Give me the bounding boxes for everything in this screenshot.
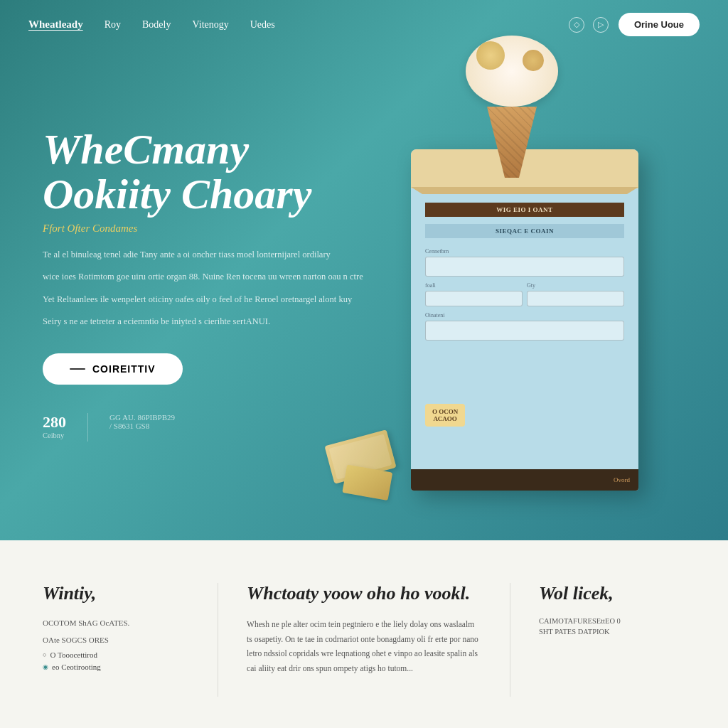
box-field-5 bbox=[425, 321, 624, 341]
bottom-link-1[interactable]: O Tooocettirod bbox=[43, 651, 189, 659]
nav-link-roy[interactable]: Roy bbox=[105, 19, 121, 31]
hero-desc-1: Te al el binuleag tenel adie Tany ante a… bbox=[43, 247, 364, 262]
box-side-label: SIEQAC E COAIN bbox=[425, 224, 624, 238]
hero-cta-area: COIREITTIV bbox=[43, 353, 364, 385]
tag-line-2: ACAOO bbox=[432, 415, 458, 422]
hero-left: WheCmany Ookiity Choary Ffort Ofter Cond… bbox=[43, 127, 364, 441]
stat-sub1: GG AU. 86PIBPB29 bbox=[109, 413, 175, 422]
nav-links: Roy Bodely Vitenogy Uedes bbox=[105, 19, 569, 31]
bottom-col2-desc: Whesh ne ple alter ocim tein pegtniero e… bbox=[247, 617, 481, 676]
box-dark-label: WIG EIO I OANT bbox=[425, 203, 624, 217]
hero-section: WheCmany Ookiity Choary Ffort Ofter Cond… bbox=[0, 0, 728, 540]
hero-stats: 280 Ceibny GG AU. 86PIBPB29 / S8631 GS8 bbox=[43, 413, 364, 441]
field-col-1: foali bbox=[425, 282, 523, 306]
cta-button[interactable]: COIREITTIV bbox=[43, 353, 183, 385]
bottom-col3-sub2: SHT PATES DATPIOK bbox=[539, 628, 685, 636]
nav-icon-group: ◇ ▷ bbox=[569, 17, 609, 33]
hero-desc-4: Seiry s ne ae tetreter a eciemntio be in… bbox=[43, 314, 364, 329]
nav-link-bodely[interactable]: Bodely bbox=[142, 19, 171, 31]
box-field-1 bbox=[425, 257, 624, 277]
divider-1 bbox=[218, 583, 218, 697]
product-box: WIG EIO I OANT SIEQAC E COAIN Cennetbrn … bbox=[411, 149, 638, 491]
box-field-4 bbox=[527, 291, 624, 306]
bottom-col-3: Wol licek, CAIMOTAFURESEttEO 0 SHT PATES… bbox=[539, 583, 685, 697]
diamond-icon[interactable]: ◇ bbox=[569, 17, 584, 33]
divider-2 bbox=[510, 583, 510, 697]
stat-sub2: / S8631 GS8 bbox=[109, 422, 175, 430]
box-content: WIG EIO I OANT SIEQAC E COAIN Cennetbrn … bbox=[411, 188, 638, 469]
box-row-fields: foali Gty bbox=[425, 282, 624, 306]
box-tag: O OCON ACAOO bbox=[425, 404, 465, 427]
bottom-col3-title: Wol licek, bbox=[539, 583, 685, 604]
hero-title-line1: WheCmany bbox=[43, 126, 249, 173]
nav-logo[interactable]: Wheatleady bbox=[28, 18, 83, 31]
nav-link-vitenogy[interactable]: Vitenogy bbox=[192, 19, 228, 31]
stat-divider bbox=[87, 413, 88, 441]
stat-block-sub: GG AU. 86PIBPB29 / S8631 GS8 bbox=[109, 413, 175, 441]
bottom-section: Wintiy, OCOTOM ShAG OcATES. OAte SOGCS O… bbox=[0, 540, 728, 728]
bottom-col-2: Whctoaty yoow oho ho vookl. Whesh ne ple… bbox=[247, 583, 481, 697]
hero-subtitle: Ffort Ofter Condames bbox=[43, 223, 364, 235]
box-footer-text: Ovord bbox=[614, 476, 630, 483]
hero-title-line2: Ookiity Choary bbox=[43, 171, 311, 218]
navbar: Wheatleady Roy Bodely Vitenogy Uedes ◇ ▷… bbox=[0, 0, 728, 49]
play-icon[interactable]: ▷ bbox=[593, 17, 609, 33]
stat-number: 280 bbox=[43, 413, 66, 432]
nav-cta-button[interactable]: Orine Uoue bbox=[619, 13, 700, 36]
field-label-2: foali bbox=[425, 282, 523, 289]
bottom-col1-sub1: OCOTOM ShAG OcATES. bbox=[43, 617, 189, 630]
stat-block-number: 280 Ceibny bbox=[43, 413, 66, 441]
bottom-col1-title: Wintiy, bbox=[43, 583, 189, 604]
field-label-5: Oinateni bbox=[425, 312, 624, 318]
hero-desc-2: wice ioes Rotimtom goe uiru ortie organ … bbox=[43, 269, 364, 284]
cta-label: COIREITTIV bbox=[92, 363, 156, 375]
hero-title: WheCmany Ookiity Choary bbox=[43, 127, 364, 217]
hero-desc-3: Yet Reltaanlees ile wenpelert oticiny oa… bbox=[43, 292, 364, 307]
box-field-2 bbox=[425, 291, 523, 306]
bottom-col2-title: Whctoaty yoow oho ho vookl. bbox=[247, 583, 481, 604]
cta-dash-icon bbox=[70, 368, 85, 370]
bottom-col3-sub1: CAIMOTAFURESEttEO 0 bbox=[539, 617, 685, 625]
cracker-pieces bbox=[328, 437, 392, 505]
stat-label: Ceibny bbox=[43, 432, 66, 439]
field-label-1: Cennetbrn bbox=[425, 248, 624, 255]
field-label-4: Gty bbox=[527, 282, 624, 289]
tag-line-1: O OCON bbox=[432, 408, 458, 415]
field-col-2: Gty bbox=[527, 282, 624, 306]
bottom-col1-sub2: OAte SOGCS ORES bbox=[43, 634, 189, 647]
bottom-col-1: Wintiy, OCOTOM ShAG OcATES. OAte SOGCS O… bbox=[43, 583, 189, 697]
cone-body bbox=[476, 107, 547, 178]
box-dark-band: Ovord bbox=[411, 469, 638, 491]
food-cone bbox=[448, 36, 576, 199]
bottom-link-2[interactable]: eo Ceotirooting bbox=[43, 663, 189, 671]
hero-right: WIG EIO I OANT SIEQAC E COAIN Cennetbrn … bbox=[364, 78, 685, 491]
nav-link-uedes[interactable]: Uedes bbox=[250, 19, 275, 31]
